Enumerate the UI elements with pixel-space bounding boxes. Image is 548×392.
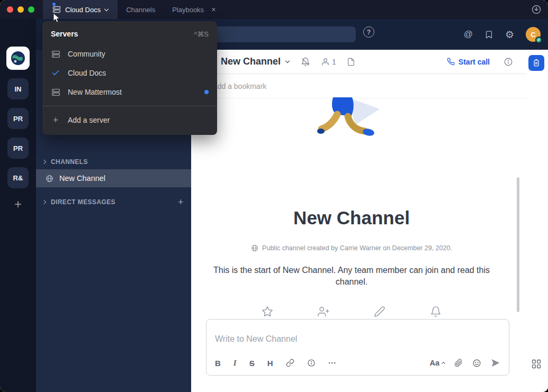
composer-right-tools: Aa — [429, 358, 500, 368]
servers-menu-shortcut: ^⌘S — [194, 30, 209, 38]
strikethrough-button[interactable]: S — [249, 359, 255, 368]
category-label: CHANNELS — [51, 158, 88, 166]
team-badge[interactable]: R& — [7, 167, 29, 188]
team-initials: R& — [13, 174, 23, 182]
attach-file-button[interactable] — [454, 359, 463, 367]
saved-posts-icon[interactable] — [484, 30, 493, 39]
menu-item-label: New Mattermost — [68, 88, 122, 96]
unread-dot — [52, 3, 56, 6]
servers-dropdown-menu: Servers ^⌘S Community Cloud Docs — [42, 21, 217, 135]
chevron-right-icon — [42, 200, 46, 204]
servers-menu-header: Servers ^⌘S — [42, 25, 217, 44]
intro-meta: Public channel created by Carrie Warner … — [191, 244, 512, 252]
header-actions: @ ⚙ C ✓ — [464, 19, 541, 50]
help-button[interactable]: ? — [363, 26, 374, 38]
bold-button[interactable]: B — [215, 359, 221, 368]
member-count[interactable]: 1 — [321, 57, 336, 66]
menu-item-community[interactable]: Community — [42, 44, 217, 63]
intro-channel-title: New Channel — [191, 207, 512, 229]
team-badge[interactable]: PR — [7, 138, 29, 159]
more-formatting-button[interactable]: ⋯ — [328, 358, 337, 368]
close-tab-icon[interactable]: × — [211, 5, 215, 14]
heading-button[interactable]: H — [267, 359, 273, 368]
pinned-files-icon[interactable] — [347, 58, 355, 66]
intro-meta-text: Public channel created by Carrie Warner … — [262, 244, 452, 252]
add-server-button[interactable]: + Add a server — [42, 111, 217, 130]
add-person-icon — [318, 306, 329, 317]
pencil-icon — [374, 306, 385, 317]
category-label: DIRECT MESSAGES — [51, 198, 115, 206]
add-team-button[interactable]: + — [14, 198, 22, 211]
search-input[interactable] — [200, 26, 356, 42]
playbooks-app-icon[interactable] — [528, 55, 544, 71]
show-format-bar-button[interactable]: Aa — [429, 359, 445, 367]
link-button[interactable] — [286, 359, 294, 367]
close-window-button[interactable] — [7, 6, 13, 13]
minimize-window-button[interactable] — [17, 6, 24, 13]
channel-info-icon[interactable] — [504, 57, 513, 67]
member-count-value: 1 — [332, 58, 336, 66]
window-controls — [0, 0, 43, 19]
channel-title-menu[interactable]: New Channel — [221, 56, 289, 67]
search-box[interactable] — [200, 26, 356, 42]
tab-playbooks[interactable]: Playbooks × — [164, 0, 224, 19]
add-server-label: Add a server — [68, 116, 110, 124]
settings-gear-icon[interactable]: ⚙ — [505, 30, 514, 40]
sidebar-category-direct-messages[interactable]: DIRECT MESSAGES + — [36, 196, 191, 208]
bookmark-bar[interactable]: + Add a bookmark — [191, 74, 527, 98]
servers-menu-title: Servers — [51, 30, 78, 38]
menu-divider — [42, 106, 217, 106]
chevron-down-icon — [285, 59, 290, 63]
notifications-muted-icon[interactable] — [301, 57, 310, 67]
star-icon — [262, 306, 273, 317]
menu-item-cloud-docs[interactable]: Cloud Docs — [42, 63, 217, 83]
tab-channels[interactable]: Channels — [118, 0, 164, 19]
titlebar: Cloud Docs Channels Playbooks × — [0, 0, 548, 19]
unread-dot — [204, 90, 209, 94]
at-mentions-icon[interactable]: @ — [464, 29, 473, 40]
channel-label: New Channel — [59, 174, 105, 183]
send-icon — [491, 358, 500, 368]
team-sidebar: IN PR PR R& + — [0, 19, 36, 392]
chevron-down-icon — [104, 6, 109, 11]
team-badge[interactable]: PR — [7, 108, 29, 129]
add-direct-message-button[interactable]: + — [178, 197, 184, 208]
format-label: Aa — [429, 359, 439, 367]
send-button[interactable] — [491, 358, 500, 368]
app-bar — [527, 50, 548, 392]
sidebar-item-new-channel[interactable]: New Channel — [36, 169, 191, 187]
paperclip-icon — [454, 359, 463, 367]
tab-channels-label: Channels — [126, 6, 155, 14]
team-badge[interactable]: IN — [7, 78, 29, 99]
smiley-icon — [472, 359, 481, 368]
menu-item-label: Community — [68, 50, 105, 58]
download-icon[interactable] — [531, 4, 542, 15]
emoji-button[interactable] — [472, 359, 481, 368]
chevron-up-icon — [442, 362, 445, 366]
composer-toolbar: B I S H ⋯ Aa — [206, 351, 509, 375]
message-composer[interactable]: B I S H ⋯ Aa — [206, 319, 509, 376]
server-stack-icon — [51, 50, 60, 59]
app-grid-icon[interactable] — [531, 359, 542, 369]
app-window: Cloud Docs Channels Playbooks × ? @ — [0, 0, 548, 392]
add-bookmark-label: Add a bookmark — [212, 82, 266, 90]
check-icon — [51, 69, 60, 77]
intro-description: This is the start of New Channel. Any te… — [208, 265, 496, 288]
message-input[interactable] — [206, 320, 509, 349]
team-initials: PR — [13, 115, 23, 123]
team-initials: PR — [13, 144, 23, 152]
server-tab-label: Cloud Docs — [65, 6, 101, 14]
members-icon — [321, 57, 330, 66]
globe-icon — [46, 175, 53, 183]
tab-playbooks-label: Playbooks — [172, 6, 204, 14]
start-call-button[interactable]: Start call — [447, 58, 490, 66]
menu-item-new-mattermost[interactable]: New Mattermost — [42, 83, 217, 102]
active-server-avatar[interactable] — [6, 47, 30, 70]
zoom-window-button[interactable] — [28, 6, 34, 13]
formatting-help-icon[interactable] — [307, 359, 316, 367]
italic-button[interactable]: I — [233, 359, 237, 368]
mouse-cursor — [52, 13, 60, 23]
sidebar-category-channels[interactable]: CHANNELS — [36, 156, 191, 168]
scrollbar[interactable] — [517, 177, 519, 312]
avatar[interactable]: C ✓ — [526, 27, 541, 42]
